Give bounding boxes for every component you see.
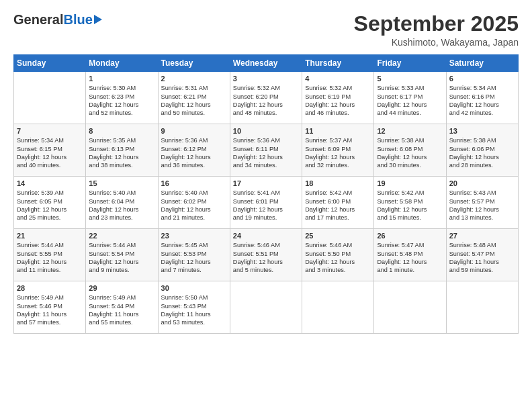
- day-number: 30: [161, 284, 227, 292]
- calendar-cell: [14, 72, 86, 124]
- calendar-cell: 21Sunrise: 5:44 AM Sunset: 5:55 PM Dayli…: [14, 229, 86, 281]
- day-info: Sunrise: 5:31 AM Sunset: 6:21 PM Dayligh…: [161, 84, 227, 118]
- title-block: September 2025 Kushimoto, Wakayama, Japa…: [354, 12, 519, 48]
- calendar-cell: 5Sunrise: 5:33 AM Sunset: 6:17 PM Daylig…: [374, 72, 446, 124]
- day-info: Sunrise: 5:35 AM Sunset: 6:13 PM Dayligh…: [89, 136, 154, 170]
- day-number: 18: [305, 179, 371, 187]
- calendar-week-row: 14Sunrise: 5:39 AM Sunset: 6:05 PM Dayli…: [14, 177, 519, 229]
- calendar-cell: 4Sunrise: 5:32 AM Sunset: 6:19 PM Daylig…: [302, 72, 374, 124]
- weekday-header-saturday: Saturday: [446, 55, 518, 72]
- calendar-cell: 8Sunrise: 5:35 AM Sunset: 6:13 PM Daylig…: [86, 124, 158, 177]
- weekday-header-monday: Monday: [86, 55, 158, 72]
- calendar-week-row: 21Sunrise: 5:44 AM Sunset: 5:55 PM Dayli…: [14, 229, 519, 281]
- day-number: 4: [305, 75, 371, 83]
- weekday-header-row: SundayMondayTuesdayWednesdayThursdayFrid…: [14, 55, 519, 72]
- day-info: Sunrise: 5:41 AM Sunset: 6:01 PM Dayligh…: [233, 189, 299, 222]
- calendar-cell: 15Sunrise: 5:40 AM Sunset: 6:04 PM Dayli…: [86, 177, 158, 229]
- day-info: Sunrise: 5:42 AM Sunset: 5:58 PM Dayligh…: [377, 189, 443, 222]
- calendar-cell: 3Sunrise: 5:32 AM Sunset: 6:20 PM Daylig…: [230, 72, 302, 124]
- day-info: Sunrise: 5:50 AM Sunset: 5:43 PM Dayligh…: [161, 293, 227, 327]
- calendar-cell: 27Sunrise: 5:48 AM Sunset: 5:47 PM Dayli…: [446, 229, 518, 281]
- calendar-subtitle: Kushimoto, Wakayama, Japan: [354, 37, 519, 48]
- calendar-cell: 24Sunrise: 5:46 AM Sunset: 5:51 PM Dayli…: [230, 229, 302, 281]
- weekday-header-thursday: Thursday: [302, 55, 374, 72]
- day-info: Sunrise: 5:49 AM Sunset: 5:46 PM Dayligh…: [17, 293, 83, 327]
- day-number: 25: [305, 232, 371, 240]
- day-number: 14: [17, 179, 83, 187]
- day-number: 28: [17, 284, 83, 292]
- day-number: 10: [233, 127, 299, 135]
- calendar-week-row: 1Sunrise: 5:30 AM Sunset: 6:23 PM Daylig…: [14, 72, 519, 124]
- calendar-cell: 11Sunrise: 5:37 AM Sunset: 6:09 PM Dayli…: [302, 124, 374, 177]
- day-number: 19: [377, 179, 443, 187]
- day-number: 29: [89, 284, 154, 292]
- day-number: 22: [89, 232, 154, 240]
- header: General Blue September 2025 Kushimoto, W…: [13, 12, 519, 48]
- day-info: Sunrise: 5:45 AM Sunset: 5:53 PM Dayligh…: [161, 241, 227, 275]
- weekday-header-friday: Friday: [374, 55, 446, 72]
- weekday-header-sunday: Sunday: [14, 55, 86, 72]
- day-number: 2: [161, 75, 227, 83]
- day-number: 11: [305, 127, 371, 135]
- day-info: Sunrise: 5:39 AM Sunset: 6:05 PM Dayligh…: [17, 189, 83, 222]
- day-number: 20: [449, 179, 515, 187]
- day-number: 5: [377, 75, 443, 83]
- day-number: 12: [377, 127, 443, 135]
- day-number: 3: [233, 75, 299, 83]
- day-info: Sunrise: 5:40 AM Sunset: 6:04 PM Dayligh…: [89, 189, 154, 222]
- day-info: Sunrise: 5:46 AM Sunset: 5:50 PM Dayligh…: [305, 241, 371, 275]
- calendar-cell: 1Sunrise: 5:30 AM Sunset: 6:23 PM Daylig…: [86, 72, 158, 124]
- calendar-cell: 17Sunrise: 5:41 AM Sunset: 6:01 PM Dayli…: [230, 177, 302, 229]
- calendar-cell: 23Sunrise: 5:45 AM Sunset: 5:53 PM Dayli…: [158, 229, 230, 281]
- day-number: 21: [17, 232, 83, 240]
- day-info: Sunrise: 5:40 AM Sunset: 6:02 PM Dayligh…: [161, 189, 227, 222]
- calendar-cell: 12Sunrise: 5:38 AM Sunset: 6:08 PM Dayli…: [374, 124, 446, 177]
- calendar-cell: 26Sunrise: 5:47 AM Sunset: 5:48 PM Dayli…: [374, 229, 446, 281]
- calendar-cell: 19Sunrise: 5:42 AM Sunset: 5:58 PM Dayli…: [374, 177, 446, 229]
- day-info: Sunrise: 5:30 AM Sunset: 6:23 PM Dayligh…: [89, 84, 154, 118]
- day-number: 8: [89, 127, 154, 135]
- calendar-table: SundayMondayTuesdayWednesdayThursdayFrid…: [13, 54, 519, 334]
- day-number: 13: [449, 127, 515, 135]
- day-number: 26: [377, 232, 443, 240]
- day-number: 23: [161, 232, 227, 240]
- day-info: Sunrise: 5:34 AM Sunset: 6:15 PM Dayligh…: [17, 136, 83, 170]
- logo: General Blue: [13, 12, 102, 28]
- page: General Blue September 2025 Kushimoto, W…: [0, 0, 532, 411]
- day-number: 16: [161, 179, 227, 187]
- logo-blue-text: Blue: [63, 12, 92, 28]
- calendar-cell: 6Sunrise: 5:34 AM Sunset: 6:16 PM Daylig…: [446, 72, 518, 124]
- day-number: 7: [17, 127, 83, 135]
- day-info: Sunrise: 5:38 AM Sunset: 6:06 PM Dayligh…: [449, 136, 515, 170]
- day-info: Sunrise: 5:47 AM Sunset: 5:48 PM Dayligh…: [377, 241, 443, 275]
- calendar-cell: 29Sunrise: 5:49 AM Sunset: 5:44 PM Dayli…: [86, 281, 158, 334]
- calendar-cell: 25Sunrise: 5:46 AM Sunset: 5:50 PM Dayli…: [302, 229, 374, 281]
- day-info: Sunrise: 5:42 AM Sunset: 6:00 PM Dayligh…: [305, 189, 371, 222]
- logo-arrow-icon: [94, 15, 102, 24]
- calendar-cell: 14Sunrise: 5:39 AM Sunset: 6:05 PM Dayli…: [14, 177, 86, 229]
- logo-general-text: General: [13, 12, 63, 28]
- day-number: 17: [233, 179, 299, 187]
- day-info: Sunrise: 5:32 AM Sunset: 6:20 PM Dayligh…: [233, 84, 299, 118]
- day-info: Sunrise: 5:43 AM Sunset: 5:57 PM Dayligh…: [449, 189, 515, 222]
- day-number: 6: [449, 75, 515, 83]
- day-info: Sunrise: 5:49 AM Sunset: 5:44 PM Dayligh…: [89, 293, 154, 327]
- day-number: 9: [161, 127, 227, 135]
- calendar-cell: 22Sunrise: 5:44 AM Sunset: 5:54 PM Dayli…: [86, 229, 158, 281]
- day-info: Sunrise: 5:44 AM Sunset: 5:54 PM Dayligh…: [89, 241, 154, 275]
- calendar-cell: 2Sunrise: 5:31 AM Sunset: 6:21 PM Daylig…: [158, 72, 230, 124]
- calendar-cell: [230, 281, 302, 334]
- calendar-cell: 13Sunrise: 5:38 AM Sunset: 6:06 PM Dayli…: [446, 124, 518, 177]
- calendar-cell: 28Sunrise: 5:49 AM Sunset: 5:46 PM Dayli…: [14, 281, 86, 334]
- weekday-header-tuesday: Tuesday: [158, 55, 230, 72]
- day-number: 15: [89, 179, 154, 187]
- day-info: Sunrise: 5:34 AM Sunset: 6:16 PM Dayligh…: [449, 84, 515, 118]
- day-info: Sunrise: 5:38 AM Sunset: 6:08 PM Dayligh…: [377, 136, 443, 170]
- day-info: Sunrise: 5:48 AM Sunset: 5:47 PM Dayligh…: [449, 241, 515, 275]
- calendar-cell: [374, 281, 446, 334]
- calendar-cell: 30Sunrise: 5:50 AM Sunset: 5:43 PM Dayli…: [158, 281, 230, 334]
- calendar-cell: 16Sunrise: 5:40 AM Sunset: 6:02 PM Dayli…: [158, 177, 230, 229]
- day-info: Sunrise: 5:36 AM Sunset: 6:11 PM Dayligh…: [233, 136, 299, 170]
- calendar-title: September 2025: [354, 12, 519, 36]
- calendar-cell: 10Sunrise: 5:36 AM Sunset: 6:11 PM Dayli…: [230, 124, 302, 177]
